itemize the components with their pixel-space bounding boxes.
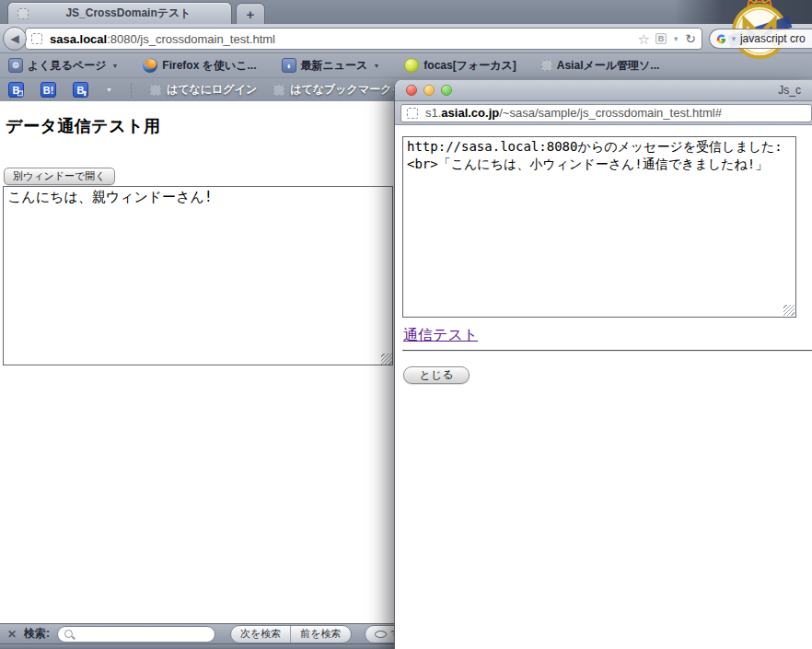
bookmark-label: focas[フォーカス] xyxy=(423,58,516,74)
chevron-down-icon[interactable]: ▼ xyxy=(106,87,112,93)
highlight-toggle-icon xyxy=(375,631,387,638)
page-title: データ通信テスト用 xyxy=(6,115,161,137)
bookmark-label: はてなにログイン xyxy=(167,82,257,98)
bookmark-label: よく見るページ xyxy=(28,58,106,74)
search-box-value: javascript cro xyxy=(740,32,806,45)
search-icon xyxy=(64,630,73,638)
url-domain: asial.co.jp xyxy=(441,106,499,120)
rss-feed-icon: ◖ xyxy=(282,58,296,73)
web-search-box[interactable]: ▼ javascript cro xyxy=(709,29,812,49)
site-favicon-placeholder-icon xyxy=(31,33,42,44)
chevron-down-icon: ▼ xyxy=(111,63,118,69)
url-path: :8080/js_crossdomain_test.html xyxy=(107,32,275,46)
new-tab-button[interactable]: + xyxy=(236,3,265,24)
find-nav-buttons: 次を検索 前を検索 xyxy=(230,625,352,643)
persona-theme-photo xyxy=(674,0,812,24)
url-path: /~sasa/sample/js_crossdomain_test.html# xyxy=(499,106,722,120)
bookmark-hatena-login[interactable]: はてなにログイン xyxy=(150,82,257,98)
google-search-icon xyxy=(715,33,727,45)
parent-message-textarea[interactable] xyxy=(3,186,393,365)
find-input[interactable] xyxy=(57,626,215,643)
hatena-b-label: B! xyxy=(43,85,54,96)
window-controls xyxy=(406,85,452,96)
find-next-button[interactable]: 次を検索 xyxy=(231,626,290,643)
smart-folder-icon: ⚙ xyxy=(8,58,23,73)
tab-js-crossdomain[interactable]: JS_CrossDomainテスト xyxy=(7,2,232,24)
favicon-placeholder-icon xyxy=(273,85,284,96)
minimize-window-icon[interactable] xyxy=(423,85,435,96)
bookmark-getting-started[interactable]: Firefox を使いこ... xyxy=(143,58,256,74)
bookmark-asial-mail[interactable]: Asialメール管理ソ... xyxy=(541,58,660,74)
popup-page-content: 通信テスト とじる xyxy=(395,125,812,649)
popup-browser-window: Js_c s1.asial.co.jp/~sasa/sample/js_cros… xyxy=(394,80,812,649)
url-domain: sasa.local xyxy=(50,32,107,46)
zoom-window-icon[interactable] xyxy=(441,85,452,96)
popup-window-title: Js_c xyxy=(778,84,801,97)
bookmark-label: 最新ニュース xyxy=(301,58,368,74)
close-popup-button[interactable]: とじる xyxy=(403,366,470,384)
close-icon[interactable]: ✕ xyxy=(7,628,17,641)
bookmark-label: Asialメール管理ソ... xyxy=(557,58,660,74)
window-badge-icon: ❐ xyxy=(17,90,23,97)
url-prefix: s1. xyxy=(425,106,441,120)
received-message-textarea[interactable] xyxy=(402,136,796,318)
popup-title-bar[interactable]: Js_c xyxy=(395,80,812,101)
hatena-bookmark-view-button[interactable]: B ❐ xyxy=(8,82,24,98)
divider xyxy=(402,350,812,352)
favicon-placeholder-icon xyxy=(150,85,161,96)
url-bar[interactable]: sasa.local:8080/js_crossdomain_test.html… xyxy=(25,28,702,50)
arrow-up-badge-icon: ⬆ xyxy=(82,90,87,97)
navigation-toolbar: ◀ sasa.local:8080/js_crossdomain_test.ht… xyxy=(0,24,812,53)
tab-favicon-placeholder-icon xyxy=(17,8,29,19)
find-label: 検索: xyxy=(24,626,50,642)
chevron-down-icon[interactable]: ▼ xyxy=(672,35,679,43)
hatena-counter-icon[interactable]: B xyxy=(655,33,667,44)
bookmark-star-icon[interactable]: ☆ xyxy=(637,32,649,46)
bookmark-focas[interactable]: focas[フォーカス] xyxy=(404,58,516,74)
favicon-placeholder-icon xyxy=(541,60,552,71)
tab-bar: JS_CrossDomainテスト + xyxy=(0,0,812,24)
bookmark-most-visited[interactable]: ⚙ よく見るページ ▼ xyxy=(8,58,118,74)
hatena-bookmark-button[interactable]: B! xyxy=(41,82,56,98)
popup-url-text: s1.asial.co.jp/~sasa/sample/js_crossdoma… xyxy=(425,106,722,120)
bookmarks-toolbar: ⚙ よく見るページ ▼ Firefox を使いこ... ◖ 最新ニュース ▼ f… xyxy=(0,53,812,78)
bookmark-latest-news[interactable]: ◖ 最新ニュース ▼ xyxy=(282,58,380,74)
tab-title: JS_CrossDomainテスト xyxy=(65,6,191,21)
firefox-icon xyxy=(143,58,157,73)
chevron-down-icon: ▼ xyxy=(373,63,379,69)
site-favicon-placeholder-icon xyxy=(407,108,418,119)
communication-test-link[interactable]: 通信テスト xyxy=(403,326,478,345)
popup-url-bar[interactable]: s1.asial.co.jp/~sasa/sample/js_crossdoma… xyxy=(400,104,812,122)
open-new-window-button[interactable]: 別ウィンドーで開く xyxy=(4,168,115,185)
url-text: sasa.local:8080/js_crossdomain_test.html xyxy=(50,32,630,46)
urlbar-action-icons: ☆ B ▼ ↻ xyxy=(637,32,696,46)
find-previous-button[interactable]: 前を検索 xyxy=(290,626,350,643)
bookmark-label: Firefox を使いこ... xyxy=(162,58,256,74)
hatena-post-button[interactable]: B ⬆ xyxy=(73,82,88,98)
popup-url-toolbar: s1.asial.co.jp/~sasa/sample/js_crossdoma… xyxy=(395,101,812,125)
search-engine-dropdown-icon[interactable]: ▼ xyxy=(730,35,737,43)
toolbar-separator xyxy=(131,83,132,98)
reload-icon[interactable]: ↻ xyxy=(685,32,696,45)
back-button[interactable]: ◀ xyxy=(3,27,27,51)
focas-orb-icon xyxy=(404,58,419,73)
close-window-icon[interactable] xyxy=(406,85,417,96)
